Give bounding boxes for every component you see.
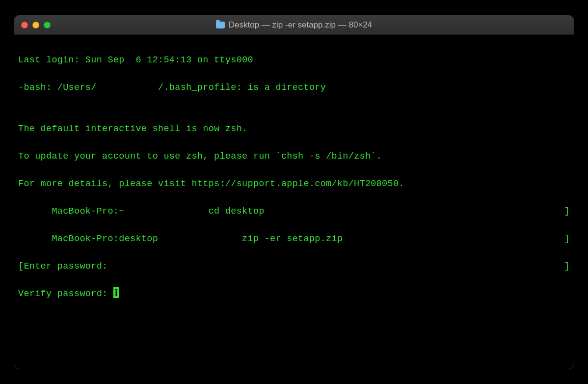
maximize-icon[interactable] — [44, 22, 51, 28]
prompt-line: MacBook-Pro:desktop zip -er setapp.zip — [18, 232, 564, 246]
prompt-line: MacBook-Pro:~ cd desktop — [18, 205, 564, 219]
terminal-line: Last login: Sun Sep 6 12:54:13 on ttys00… — [18, 54, 570, 67]
password-prompt: [Enter password: — [18, 260, 564, 274]
terminal-line: For more details, please visit https://s… — [18, 177, 570, 191]
terminal-line: [Enter password: ] — [18, 260, 570, 274]
line-end-bracket: ] — [564, 205, 570, 219]
key-cursor-icon — [113, 287, 119, 298]
titlebar[interactable]: Desktop — zip -er setapp.zip — 80×24 — [14, 15, 574, 35]
window-title: Desktop — zip -er setapp.zip — 80×24 — [229, 20, 372, 30]
traffic-lights — [21, 22, 51, 28]
window-title-wrap: Desktop — zip -er setapp.zip — 80×24 — [14, 20, 574, 30]
line-end-bracket: ] — [564, 232, 570, 246]
minimize-icon[interactable] — [32, 22, 39, 28]
folder-icon — [216, 22, 225, 28]
close-icon[interactable] — [21, 22, 28, 28]
verify-password-prompt: Verify password: — [18, 289, 113, 299]
terminal-line: The default interactive shell is now zsh… — [18, 122, 570, 136]
terminal-window: Desktop — zip -er setapp.zip — 80×24 Las… — [14, 15, 574, 369]
terminal-body[interactable]: Last login: Sun Sep 6 12:54:13 on ttys00… — [14, 35, 574, 369]
terminal-line: MacBook-Pro:~ cd desktop] — [18, 205, 570, 219]
line-end-bracket: ] — [564, 260, 570, 274]
terminal-line: -bash: /Users/ /.bash_profile: is a dire… — [18, 81, 570, 95]
terminal-line: To update your account to use zsh, pleas… — [18, 150, 570, 164]
terminal-line: Verify password: — [18, 287, 570, 301]
terminal-line: MacBook-Pro:desktop zip -er setapp.zip] — [18, 232, 570, 246]
